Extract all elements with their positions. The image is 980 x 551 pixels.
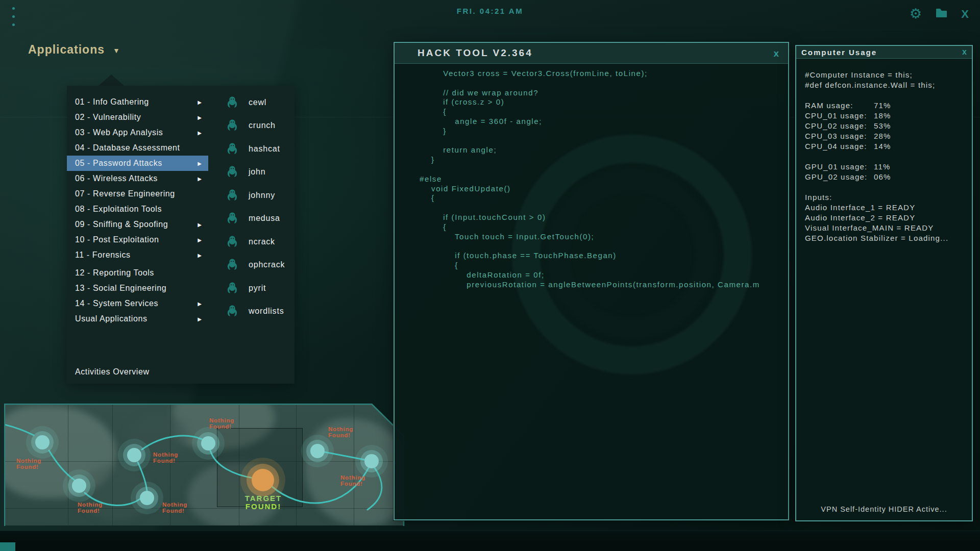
- usage-stat-value: 53%: [874, 121, 891, 130]
- tool-item[interactable]: ophcrack: [212, 254, 293, 277]
- menu-item-label: 14 - System Services: [67, 299, 158, 308]
- menu-item-label: 07 - Reverse Engineering: [67, 189, 175, 198]
- usage-stat-row: CPU_02 usage: 53%: [805, 121, 967, 132]
- menu-item-label: 02 - Vulnerability: [67, 113, 141, 122]
- usage-stat-value: 18%: [874, 111, 891, 120]
- top-right-icons: ⚙ X: [910, 7, 969, 21]
- tool-item[interactable]: ncrack: [212, 230, 293, 254]
- menu-item[interactable]: 06 - Wireless Attacks ▶: [67, 171, 208, 186]
- menu-item-label: 05 - Password Attacks: [67, 159, 162, 168]
- usage-stat-value: 28%: [874, 132, 891, 140]
- close-icon[interactable]: x: [962, 48, 967, 56]
- usage-stat-row: GPU_01 usage: 11%: [805, 162, 967, 172]
- usage-stat-row: RAM usage: 71%: [805, 101, 967, 111]
- tool-item-label: john: [249, 167, 265, 177]
- tool-item[interactable]: wordlists: [212, 300, 293, 323]
- tool-item[interactable]: pyrit: [212, 277, 293, 300]
- cobra-tool-icon: [226, 96, 238, 109]
- menu-item[interactable]: 04 - Database Assessment ▶: [67, 140, 208, 156]
- code-viewport: Vector3 cross = Vector3.Cross(fromLine, …: [395, 65, 788, 519]
- menu-item-label: 08 - Exploitation Tools: [67, 205, 162, 214]
- folder-icon[interactable]: [935, 7, 948, 21]
- trace-result-label: Nothing Found!: [162, 502, 187, 514]
- cobra-tool-icon: [226, 235, 238, 248]
- usage-stat-label: RAM usage:: [805, 101, 853, 110]
- usage-stats-list: #Computer Instance = this; #def defcon.i…: [805, 70, 967, 244]
- top-bar: FRI. 04:21 AM ⚙ X: [0, 0, 980, 31]
- computer-usage-titlebar[interactable]: Computer Usage x: [796, 46, 972, 59]
- close-session-icon[interactable]: X: [961, 9, 969, 20]
- usage-stat-value: 71%: [874, 101, 891, 110]
- tool-item[interactable]: medusa: [212, 207, 293, 231]
- trace-result-line2: Found!: [328, 432, 353, 438]
- trace-node: [127, 448, 141, 462]
- hack-tool-window: HACK TOOL V2.364 x Vector3 cross = Vecto…: [394, 42, 789, 520]
- menu-item-label: Usual Applications: [67, 314, 148, 323]
- cobra-tool-icon: [226, 282, 238, 295]
- trace-result-line1: Nothing: [78, 502, 103, 508]
- submenu-arrow-icon: ▶: [198, 237, 202, 243]
- trace-result-label: Nothing Found!: [328, 426, 353, 438]
- trace-node: [201, 436, 215, 450]
- activities-overview-link[interactable]: Activities Overview: [75, 367, 150, 377]
- usage-stat-label: GPU_01 usage:: [805, 162, 867, 171]
- applications-menu-button[interactable]: Applications ▼: [28, 43, 120, 57]
- tool-item[interactable]: crunch: [212, 114, 293, 138]
- trace-result-line2: Found!: [340, 481, 365, 487]
- submenu-arrow-icon: ▶: [198, 316, 202, 322]
- menu-item[interactable]: Usual Applications ▶: [67, 311, 208, 327]
- menu-item[interactable]: 05 - Password Attacks ▶: [67, 156, 208, 171]
- cobra-tool-icon: [226, 165, 238, 179]
- trace-result-label: Nothing Found!: [209, 417, 234, 430]
- tool-item[interactable]: john: [212, 161, 293, 184]
- usage-stat-label: Inputs:: [805, 193, 832, 202]
- menu-item[interactable]: 02 - Vulnerability ▶: [67, 110, 208, 125]
- menu-item[interactable]: 03 - Web App Analysis ▶: [67, 125, 208, 140]
- tool-item[interactable]: cewl: [212, 91, 293, 114]
- trace-result-line1: TARGET: [240, 494, 286, 503]
- submenu-arrow-icon: ▶: [198, 301, 202, 307]
- trace-result-line2: Found!: [209, 423, 234, 430]
- usage-stat-value: 14%: [874, 142, 891, 151]
- submenu-arrow-icon: ▶: [198, 99, 202, 105]
- tool-item[interactable]: hashcat: [212, 137, 293, 161]
- cobra-tool-icon: [226, 119, 238, 132]
- usage-stat-label: Visual Interface_MAIN = READY: [805, 223, 934, 232]
- trace-result-label: Nothing Found!: [340, 474, 365, 487]
- trace-result-line2: Found!: [153, 458, 178, 464]
- trace-route-lines: [4, 404, 405, 527]
- trace-result-label: TARGET FOUND!: [240, 494, 286, 511]
- tool-item-label: ncrack: [249, 237, 275, 246]
- usage-stat-row: [805, 152, 967, 162]
- menu-item[interactable]: 07 - Reverse Engineering ▶: [67, 186, 208, 202]
- menu-item[interactable]: 09 - Sniffing & Spoofing ▶: [67, 217, 208, 232]
- menu-item[interactable]: 08 - Exploitation Tools ▶: [67, 202, 208, 217]
- applications-dropdown-panel: 01 - Info Gathering ▶ 02 - Vulnerability…: [67, 86, 295, 384]
- usage-stat-row: Inputs:: [805, 193, 967, 203]
- trace-result-line2: Found!: [78, 508, 103, 514]
- usage-stat-label: #Computer Instance = this;: [805, 70, 913, 79]
- menu-item[interactable]: 14 - System Services ▶: [67, 296, 208, 311]
- menu-item[interactable]: 01 - Info Gathering ▶: [67, 94, 208, 110]
- close-icon[interactable]: x: [773, 48, 779, 58]
- trace-result-label: Nothing Found!: [16, 458, 41, 470]
- usage-stat-value: 06%: [874, 172, 891, 181]
- usage-stat-row: Visual Interface_MAIN = READY: [805, 223, 967, 234]
- tool-item[interactable]: johnny: [212, 184, 293, 207]
- menu-item-label: 09 - Sniffing & Spoofing: [67, 220, 168, 229]
- menu-item-label: 11 - Forensics: [67, 251, 131, 260]
- taskbar-accent-block[interactable]: [0, 542, 15, 551]
- menu-item[interactable]: 10 - Post Exploitation ▶: [67, 232, 208, 247]
- settings-gear-icon[interactable]: ⚙: [910, 7, 922, 21]
- cobra-tool-icon: [226, 189, 238, 202]
- tool-item-label: hashcat: [249, 144, 280, 154]
- menu-item[interactable]: 13 - Social Engineering ▶: [67, 281, 208, 296]
- menu-item[interactable]: 11 - Forensics ▶: [67, 247, 208, 263]
- menu-item[interactable]: 12 - Reporting Tools ▶: [67, 265, 208, 281]
- hack-tool-titlebar[interactable]: HACK TOOL V2.364 x: [395, 43, 788, 64]
- trace-result-line1: Nothing: [340, 474, 365, 481]
- computer-usage-window: Computer Usage x #Computer Instance = th…: [795, 45, 973, 521]
- taskbar[interactable]: [0, 531, 980, 551]
- category-menu-list: 01 - Info Gathering ▶ 02 - Vulnerability…: [67, 94, 208, 327]
- geo-trace-map-widget: Nothing Found! Nothing Found! Nothing Fo…: [4, 404, 405, 527]
